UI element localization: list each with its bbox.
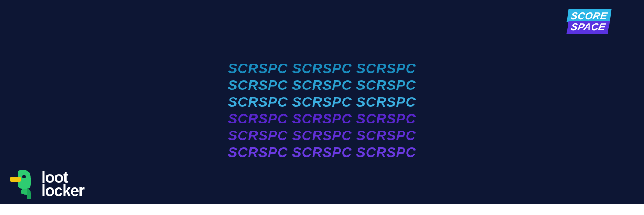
parrot-icon <box>9 169 36 200</box>
scorespace-logo: SCORE SPACE <box>568 9 623 34</box>
repeated-text-block: SCRSPC SCRSPC SCRSPC SCRSPC SCRSPC SCRSP… <box>129 60 515 160</box>
repeat-row: SCRSPC SCRSPC SCRSPC <box>129 60 515 77</box>
repeat-row: SCRSPC SCRSPC SCRSPC <box>129 127 515 144</box>
scorespace-label-bottom: SPACE <box>566 21 610 34</box>
repeat-row: SCRSPC SCRSPC SCRSPC <box>129 144 515 161</box>
banner-image: SCORE SPACE SCRSPC SCRSPC SCRSPC SCRSPC … <box>0 0 644 204</box>
scorespace-label-top: SCORE <box>566 9 611 22</box>
lootlocker-line2: locker <box>41 184 84 198</box>
repeat-row: SCRSPC SCRSPC SCRSPC <box>129 93 515 110</box>
lootlocker-logo: loot locker <box>9 169 84 200</box>
lootlocker-wordmark: loot locker <box>41 171 84 197</box>
repeat-row: SCRSPC SCRSPC SCRSPC <box>129 77 515 93</box>
svg-rect-0 <box>10 177 21 182</box>
repeat-row: SCRSPC SCRSPC SCRSPC <box>129 111 515 127</box>
svg-point-1 <box>22 175 26 178</box>
